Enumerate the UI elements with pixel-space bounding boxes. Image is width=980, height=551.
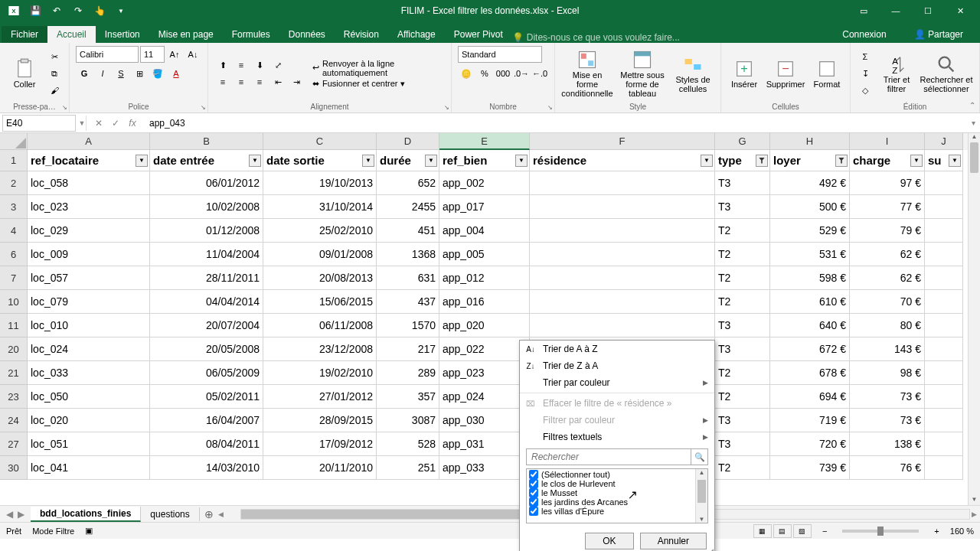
cell[interactable]: 62 € xyxy=(850,243,925,266)
filter-check-item[interactable]: le Musset xyxy=(529,488,693,497)
cell[interactable]: 08/04/2011 xyxy=(150,432,263,456)
filter-button-résidence[interactable] xyxy=(701,155,713,167)
row-header-30[interactable]: 30 xyxy=(0,456,28,480)
sheet-tab-questions[interactable]: questions xyxy=(141,507,199,521)
cell[interactable]: loc_050 xyxy=(28,385,150,409)
cell[interactable]: loc_029 xyxy=(28,219,150,243)
font-name-select[interactable]: Calibri xyxy=(76,46,139,63)
sheet-nav-prev-icon[interactable]: ◀ xyxy=(6,509,13,520)
header-cell-date-entrée[interactable]: date entrée xyxy=(150,150,263,171)
sort-filter-button[interactable]: AZTrier et filtrer xyxy=(877,46,916,101)
cell[interactable]: 652 xyxy=(377,171,439,195)
zoom-in-icon[interactable]: + xyxy=(934,527,939,536)
view-normal-icon[interactable]: ▦ xyxy=(753,524,772,538)
fill-icon[interactable]: ↧ xyxy=(857,66,874,81)
font-size-select[interactable]: 11 xyxy=(140,46,165,63)
close-icon[interactable]: ✕ xyxy=(945,2,975,19)
filter-button-ref_bien[interactable] xyxy=(515,155,528,167)
tab-file[interactable]: Fichier xyxy=(2,26,47,43)
col-header-F[interactable]: F xyxy=(530,133,715,150)
zoom-out-icon[interactable]: − xyxy=(822,527,827,536)
cell[interactable]: 20/08/2013 xyxy=(263,266,377,290)
cell[interactable]: 739 € xyxy=(770,456,850,480)
bold-icon[interactable]: G xyxy=(76,66,93,81)
row-header-27[interactable]: 27 xyxy=(0,432,28,456)
header-cell-type[interactable]: type xyxy=(715,150,770,171)
cell[interactable]: 20/07/2004 xyxy=(150,314,263,337)
col-header-A[interactable]: A xyxy=(28,133,150,150)
cell[interactable]: 3087 xyxy=(377,409,439,432)
sort-color-item[interactable]: Trier par couleur▶ xyxy=(520,374,714,391)
cell[interactable]: app_004 xyxy=(439,219,530,243)
cell[interactable] xyxy=(925,195,963,219)
cell[interactable]: 80 € xyxy=(850,314,925,337)
cell[interactable] xyxy=(530,243,715,266)
cell[interactable]: 79 € xyxy=(850,219,925,243)
cell[interactable] xyxy=(925,456,963,480)
cell[interactable]: app_024 xyxy=(439,385,530,409)
cell[interactable]: 97 € xyxy=(850,171,925,195)
select-all-corner[interactable] xyxy=(0,133,28,150)
cell[interactable]: loc_079 xyxy=(28,290,150,314)
cell[interactable]: loc_058 xyxy=(28,171,150,195)
cell[interactable]: 10/02/2008 xyxy=(150,195,263,219)
cell[interactable]: 598 € xyxy=(770,266,850,290)
row-header-6[interactable]: 6 xyxy=(0,243,28,266)
scroll-down-icon[interactable]: ▼ xyxy=(969,496,980,505)
cell[interactable]: 19/10/2013 xyxy=(263,171,377,195)
share-button[interactable]: 👤 Partager xyxy=(905,26,972,43)
format-cells-button[interactable]: Format xyxy=(810,46,844,101)
col-header-C[interactable]: C xyxy=(263,133,377,150)
cell[interactable]: app_030 xyxy=(439,409,530,432)
cell[interactable]: app_005 xyxy=(439,243,530,266)
undo-icon[interactable]: ↶ xyxy=(47,2,66,19)
header-cell-date-sortie[interactable]: date sortie xyxy=(263,150,377,171)
cell[interactable]: app_016 xyxy=(439,290,530,314)
font-launcher-icon[interactable]: ↘ xyxy=(201,104,206,111)
header-cell-résidence[interactable]: résidence xyxy=(530,150,715,171)
clipboard-launcher-icon[interactable]: ↘ xyxy=(62,104,67,111)
orientation-icon[interactable]: ⤢ xyxy=(270,57,286,73)
save-icon[interactable]: 💾 xyxy=(26,2,44,19)
row-header-2[interactable]: 2 xyxy=(0,171,28,195)
cancel-button[interactable]: Annuler xyxy=(640,533,707,549)
sort-za-item[interactable]: Z↓Trier de Z à A xyxy=(520,357,714,374)
cell[interactable]: T3 xyxy=(715,409,770,432)
cell[interactable]: 06/01/2012 xyxy=(150,171,263,195)
col-header-I[interactable]: I xyxy=(850,133,925,150)
row-header-11[interactable]: 11 xyxy=(0,314,28,337)
cell[interactable]: loc_023 xyxy=(28,195,150,219)
align-bottom-icon[interactable]: ⬇ xyxy=(251,57,268,73)
minimize-icon[interactable]: — xyxy=(880,2,911,19)
cell[interactable]: 20/05/2008 xyxy=(150,337,263,361)
qat-customize-icon[interactable]: ▼ xyxy=(112,2,130,19)
cell[interactable]: 719 € xyxy=(770,409,850,432)
cell[interactable]: 06/11/2008 xyxy=(263,314,377,337)
cell[interactable]: 678 € xyxy=(770,361,850,385)
header-cell-ref_bien[interactable]: ref_bien xyxy=(439,150,530,171)
col-header-G[interactable]: G xyxy=(715,133,770,150)
cell[interactable] xyxy=(530,195,715,219)
cell[interactable]: T3 xyxy=(715,171,770,195)
merge-center-button[interactable]: ⬌ Fusionner et centrer ▾ xyxy=(312,79,445,89)
cell[interactable]: 138 € xyxy=(850,432,925,456)
cell[interactable]: T3 xyxy=(715,195,770,219)
copy-icon[interactable]: ⧉ xyxy=(46,66,63,81)
header-cell-su[interactable]: su xyxy=(925,150,963,171)
header-cell-charge[interactable]: charge xyxy=(850,150,925,171)
collapse-ribbon-icon[interactable]: ⌃ xyxy=(969,101,975,109)
cell[interactable]: 11/04/2004 xyxy=(150,243,263,266)
align-launcher-icon[interactable]: ↘ xyxy=(444,104,449,111)
cell[interactable]: T2 xyxy=(715,219,770,243)
number-launcher-icon[interactable]: ↘ xyxy=(547,104,553,111)
cell[interactable]: app_031 xyxy=(439,432,530,456)
row-header-7[interactable]: 7 xyxy=(0,266,28,290)
cell[interactable] xyxy=(530,314,715,337)
cell[interactable]: app_012 xyxy=(439,266,530,290)
format-table-button[interactable]: Mettre sous forme de tableau xyxy=(616,46,668,101)
cell[interactable]: 73 € xyxy=(850,385,925,409)
underline-icon[interactable]: S xyxy=(113,66,129,81)
expand-formula-bar-icon[interactable]: ▾ xyxy=(966,119,980,127)
cell[interactable]: T2 xyxy=(715,266,770,290)
col-header-B[interactable]: B xyxy=(150,133,263,150)
